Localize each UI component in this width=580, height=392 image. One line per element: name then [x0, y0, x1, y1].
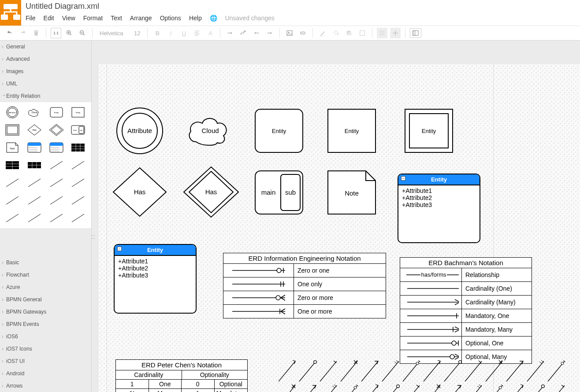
link-button[interactable] [297, 28, 308, 38]
sidebar-ios7-icons[interactable]: iOS7 Icons [0, 343, 91, 355]
shape-attribute[interactable]: Attribute [115, 107, 164, 155]
palette-line-7[interactable] [4, 193, 21, 208]
palette-cloud[interactable]: Cloud [26, 105, 43, 120]
connector-sprite[interactable] [506, 385, 523, 392]
connector-sprite[interactable] [299, 385, 316, 392]
align-button[interactable] [192, 28, 202, 38]
sidebar-uml[interactable]: UML [0, 78, 91, 90]
sidebar-android[interactable]: Android [0, 367, 91, 380]
palette-attribute[interactable]: Attribute [4, 105, 21, 120]
palette-line-8[interactable] [26, 193, 43, 208]
delete-button[interactable] [31, 28, 41, 38]
menu-help[interactable]: Help [189, 15, 202, 22]
connector-sprite[interactable] [465, 361, 482, 381]
shape-entity-rounded[interactable]: Entity [254, 108, 304, 153]
palette-er-entity-b[interactable] [48, 140, 65, 155]
connector-sprite[interactable] [279, 385, 295, 392]
palette-line-5[interactable] [48, 175, 65, 190]
palette-dark-table2[interactable] [4, 158, 21, 173]
ie-notation-table[interactable]: ERD Information Engineering Notation Zer… [223, 253, 386, 318]
zoom-in-button[interactable] [64, 28, 74, 38]
underline-button[interactable]: U [178, 28, 189, 38]
connector-sprite[interactable] [382, 385, 399, 392]
palette-has-double[interactable] [48, 122, 65, 137]
palette-line-9[interactable] [48, 193, 65, 208]
palette-line-2[interactable] [69, 158, 87, 173]
gradient-button[interactable] [357, 28, 368, 38]
line-end-button[interactable] [264, 28, 275, 38]
palette-line-6[interactable] [69, 175, 87, 190]
guides-button[interactable] [390, 28, 401, 38]
connector-sprites[interactable] [279, 357, 574, 392]
connector-sprite[interactable] [527, 360, 544, 381]
palette-entity-rect[interactable]: Entity [69, 105, 87, 120]
connector-sprite[interactable] [382, 360, 399, 381]
collapse-icon[interactable]: − [401, 176, 405, 181]
drawing-canvas[interactable]: Attribute Cloud Entity Entity Entit [98, 64, 580, 392]
connector-sprite[interactable] [361, 385, 378, 392]
palette-entity-double[interactable] [4, 122, 21, 137]
redo-button[interactable] [18, 28, 28, 38]
sidebar-ios6[interactable]: iOS6 [0, 330, 91, 343]
connector-sprite[interactable] [444, 361, 461, 381]
palette-entity-rounded[interactable]: Entity [48, 105, 65, 120]
palette-line-14[interactable] [69, 211, 87, 226]
font-family-select[interactable]: Helvetica [97, 30, 129, 37]
chen-notation-table[interactable]: ERD Peter Chen's Notation Cardinality Op… [115, 359, 248, 392]
shape-entity-double[interactable]: Entity [404, 108, 454, 153]
shape-er-entity-1[interactable]: − Entity +Attribute1 +Attribute2 +Attrib… [398, 174, 480, 243]
connector-sprite[interactable] [424, 360, 440, 381]
palette-line-12[interactable] [26, 211, 43, 226]
palette-er-entity-a[interactable] [26, 140, 43, 155]
menu-view[interactable]: View [62, 15, 75, 22]
sidebar-entity-relation[interactable]: Entity Relation [0, 90, 91, 102]
shape-er-entity-2[interactable]: − Entity +Attribute1 +Attribute2 +Attrib… [114, 244, 197, 314]
sidebar-splitter[interactable]: ⋮⋮ [91, 233, 93, 242]
palette-line-11[interactable] [4, 211, 21, 226]
sidebar-general[interactable]: General [0, 41, 91, 53]
connector-sprite[interactable] [506, 361, 523, 381]
palette-mainsub[interactable]: mainsub [69, 122, 87, 137]
bold-button[interactable]: B [152, 28, 163, 38]
canvas-area[interactable]: Attribute Cloud Entity Entity Entit [92, 41, 580, 392]
connection-button[interactable] [225, 28, 235, 38]
sidebar-images[interactable]: Images [0, 65, 91, 78]
connector-sprite[interactable] [279, 360, 295, 381]
sidebar-bpmn-gateways[interactable]: BPMN Gateways [0, 306, 91, 318]
shadow-button[interactable] [344, 28, 354, 38]
connector-sprite[interactable] [486, 385, 503, 392]
palette-line-1[interactable] [48, 158, 65, 173]
connector-sprite[interactable] [403, 360, 420, 381]
menu-options[interactable]: Options [160, 15, 181, 22]
palette-has[interactable]: Has [26, 122, 43, 137]
palette-line-10[interactable] [69, 193, 87, 208]
connector-sprite[interactable] [424, 385, 440, 392]
sidebar-basic[interactable]: Basic [0, 256, 91, 269]
shape-has-double[interactable]: Has [182, 166, 240, 218]
menu-edit[interactable]: Edit [44, 15, 54, 22]
grid-dots-button[interactable] [377, 28, 387, 38]
connector-sprite[interactable] [444, 385, 461, 392]
shape-cloud[interactable]: Cloud [184, 110, 237, 152]
connector-sprite[interactable] [527, 385, 544, 392]
sidebar-bpmn-events[interactable]: BPMN Events [0, 318, 91, 330]
shape-entity-rect[interactable]: Entity [327, 108, 376, 153]
menu-file[interactable]: File [26, 15, 36, 22]
app-logo[interactable] [0, 0, 21, 26]
sidebar-arrows[interactable]: Arrows [0, 380, 91, 392]
connector-sprite[interactable] [320, 361, 337, 381]
undo-button[interactable] [4, 28, 15, 38]
menu-arrange[interactable]: Arrange [130, 15, 152, 22]
palette-note[interactable]: Note [4, 140, 21, 155]
connector-sprite[interactable] [341, 385, 358, 392]
connector-sprite[interactable] [361, 361, 378, 381]
image-button[interactable] [284, 28, 295, 38]
connector-sprite[interactable] [299, 361, 316, 381]
font-size-select[interactable]: 12 [131, 30, 143, 37]
zoom-out-button[interactable] [77, 28, 88, 38]
palette-line-3[interactable] [4, 175, 21, 190]
sidebar-azure[interactable]: Azure [0, 281, 91, 293]
connector-sprite[interactable] [341, 360, 357, 381]
connector-sprite[interactable] [465, 385, 482, 392]
connector-sprite[interactable] [486, 360, 502, 381]
